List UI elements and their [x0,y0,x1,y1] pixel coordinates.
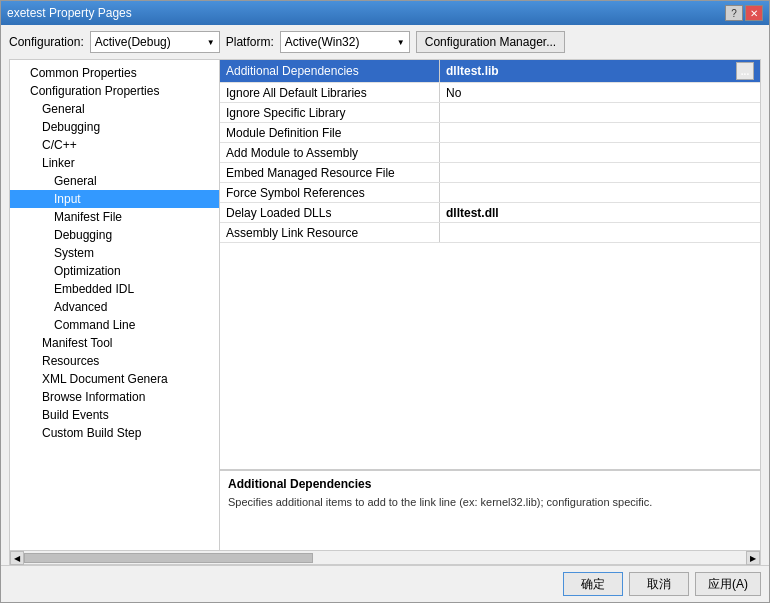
right-panel: Additional Dependenciesdlltest.lib...Ign… [220,60,760,550]
property-table: Additional Dependenciesdlltest.lib...Ign… [220,60,760,470]
close-button[interactable]: ✕ [745,5,763,21]
scroll-right-button[interactable]: ▶ [746,551,760,565]
apply-button[interactable]: 应用(A) [695,572,761,596]
config-value: Active(Debug) [95,35,171,49]
sidebar-item-debugging[interactable]: Debugging [10,118,219,136]
sidebar-item-linker[interactable]: Linker [10,154,219,172]
sidebar-item-linker-manifest[interactable]: Manifest File [10,208,219,226]
prop-name-8: Assembly Link Resource [220,223,440,242]
prop-name-7: Delay Loaded DLLs [220,203,440,222]
prop-value-0: dlltest.lib... [440,60,760,82]
prop-value-7: dlltest.dll [440,203,760,222]
sidebar-item-config-props[interactable]: Configuration Properties [10,82,219,100]
prop-row-8[interactable]: Assembly Link Resource [220,223,760,243]
main-content: Common PropertiesConfiguration Propertie… [9,59,761,551]
ok-button[interactable]: 确定 [563,572,623,596]
prop-value-6 [440,183,760,202]
prop-row-7[interactable]: Delay Loaded DLLsdlltest.dll [220,203,760,223]
prop-row-3[interactable]: Module Definition File [220,123,760,143]
description-panel: Additional Dependencies Specifies additi… [220,470,760,550]
platform-dropdown-arrow: ▼ [397,38,405,47]
sidebar-item-xml-document[interactable]: XML Document Genera [10,370,219,388]
platform-dropdown[interactable]: Active(Win32) ▼ [280,31,410,53]
title-bar: exetest Property Pages ? ✕ [1,1,769,25]
sidebar-item-general[interactable]: General [10,100,219,118]
platform-label: Platform: [226,35,274,49]
scrollbar-container: ◀ ▶ [9,551,761,565]
prop-value-2 [440,103,760,122]
description-title: Additional Dependencies [228,477,752,491]
sidebar-item-linker-cmdline[interactable]: Command Line [10,316,219,334]
bottom-bar: 确定 取消 应用(A) [1,565,769,602]
prop-value-3 [440,123,760,142]
scroll-left-button[interactable]: ◀ [10,551,24,565]
sidebar-item-linker-embedded[interactable]: Embedded IDL [10,280,219,298]
prop-value-8 [440,223,760,242]
prop-name-2: Ignore Specific Library [220,103,440,122]
sidebar-item-linker-debugging[interactable]: Debugging [10,226,219,244]
sidebar-item-manifest-tool[interactable]: Manifest Tool [10,334,219,352]
prop-row-0[interactable]: Additional Dependenciesdlltest.lib... [220,60,760,83]
prop-value-1: No [440,83,760,102]
platform-value: Active(Win32) [285,35,360,49]
prop-name-0: Additional Dependencies [220,60,440,82]
title-bar-buttons: ? ✕ [725,5,763,21]
config-manager-button[interactable]: Configuration Manager... [416,31,565,53]
prop-name-5: Embed Managed Resource File [220,163,440,182]
prop-row-2[interactable]: Ignore Specific Library [220,103,760,123]
sidebar-item-linker-advanced[interactable]: Advanced [10,298,219,316]
config-dropdown[interactable]: Active(Debug) ▼ [90,31,220,53]
sidebar-item-common-props[interactable]: Common Properties [10,64,219,82]
prop-value-4 [440,143,760,162]
prop-name-6: Force Symbol References [220,183,440,202]
sidebar-item-cpp[interactable]: C/C++ [10,136,219,154]
config-dropdown-arrow: ▼ [207,38,215,47]
toolbar-row: Configuration: Active(Debug) ▼ Platform:… [1,25,769,59]
sidebar-item-linker-input[interactable]: Input [10,190,219,208]
prop-row-6[interactable]: Force Symbol References [220,183,760,203]
description-text: Specifies additional items to add to the… [228,495,752,510]
sidebar-item-linker-general[interactable]: General [10,172,219,190]
property-pages-window: exetest Property Pages ? ✕ Configuration… [0,0,770,603]
prop-value-5 [440,163,760,182]
scroll-track [24,551,746,564]
prop-name-3: Module Definition File [220,123,440,142]
sidebar-item-linker-optimization[interactable]: Optimization [10,262,219,280]
sidebar-item-custom-build[interactable]: Custom Build Step [10,424,219,442]
prop-name-1: Ignore All Default Libraries [220,83,440,102]
sidebar-item-browse-info[interactable]: Browse Information [10,388,219,406]
sidebar-item-resources[interactable]: Resources [10,352,219,370]
sidebar-item-build-events[interactable]: Build Events [10,406,219,424]
scroll-thumb[interactable] [24,553,313,563]
prop-edit-button-0[interactable]: ... [736,62,754,80]
prop-name-4: Add Module to Assembly [220,143,440,162]
help-button[interactable]: ? [725,5,743,21]
prop-row-1[interactable]: Ignore All Default LibrariesNo [220,83,760,103]
sidebar-item-linker-system[interactable]: System [10,244,219,262]
sidebar: Common PropertiesConfiguration Propertie… [10,60,220,550]
prop-row-5[interactable]: Embed Managed Resource File [220,163,760,183]
prop-row-4[interactable]: Add Module to Assembly [220,143,760,163]
config-label: Configuration: [9,35,84,49]
cancel-button[interactable]: 取消 [629,572,689,596]
window-title: exetest Property Pages [7,6,132,20]
